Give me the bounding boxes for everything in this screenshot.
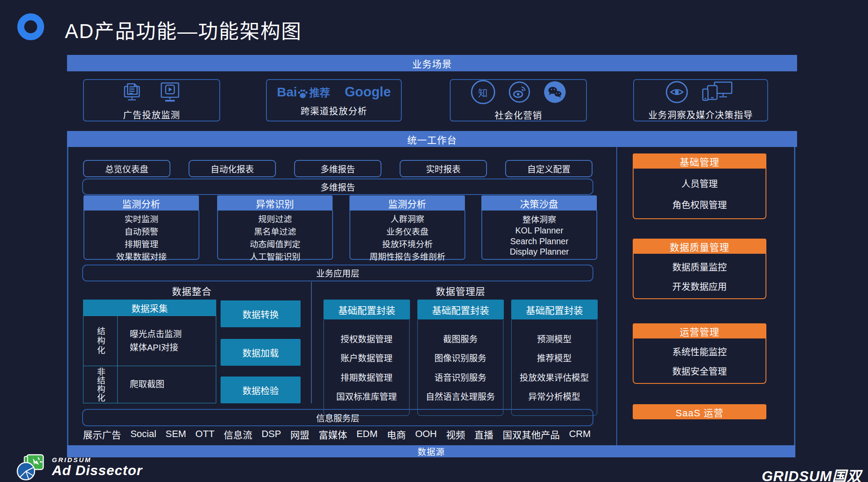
table-item: 爬取截图	[130, 378, 164, 391]
pill-realtime-report: 实时报表	[400, 160, 487, 177]
ad-dissector-text: Ad Dissector	[52, 463, 142, 478]
column-body: 人群洞察 业务仪表盘 投放环境分析 周期性报告多维剖析	[349, 211, 465, 260]
column-body: 规则过滤 黑名单过滤 动态阈值判定 人工智能识别	[217, 211, 333, 260]
channel-item: 国双其他产品	[503, 427, 560, 441]
dm-item: 排期数据管理	[341, 371, 393, 383]
sidebar-divider	[616, 147, 617, 445]
scenario-label: 业务洞察及媒介决策指导	[648, 108, 753, 121]
table-item: 媒体API对接	[130, 341, 216, 354]
baidu-logo: Bai 推荐	[277, 84, 330, 99]
scenario-label: 社会化营销	[495, 108, 542, 121]
report-monitor-icon	[122, 81, 146, 103]
dm-column-header: 基础配置封装	[323, 300, 410, 319]
banner-data-source: 数据源	[67, 445, 795, 457]
page-title: AD产品功能—功能架构图	[65, 15, 302, 44]
heading-data-management: 数据管理层	[323, 284, 598, 297]
data-transform-block: 数据转换	[221, 300, 301, 327]
channel-item: OOH	[415, 428, 437, 440]
sidebar-header-operations: 运营管理	[633, 323, 766, 338]
column-item: 效果数据对接	[116, 250, 167, 262]
column-item: 黑名单过滤	[254, 225, 296, 237]
column-item: 整体洞察	[522, 213, 556, 225]
sidebar-item: 系统性能监控	[673, 345, 727, 358]
wechat-icon	[544, 81, 566, 103]
scenario-icons	[122, 80, 181, 104]
devices-icon	[701, 80, 736, 104]
scenario-icons	[665, 80, 736, 104]
strip-business-app-layer: 业务应用层	[82, 265, 593, 281]
dm-column-header: 基础配置封装	[417, 300, 504, 319]
pill-custom-config: 自定义配置	[505, 160, 593, 177]
unstructured-items-cell: 爬取截图	[117, 366, 216, 403]
dm-item: 国双标准库管理	[336, 390, 397, 402]
main-left-border	[67, 147, 68, 445]
gridsum-brand-text: GRIDSUM	[52, 456, 142, 463]
dm-item: 语音识别服务	[435, 371, 487, 383]
sidebar-item: 数据质量监控	[673, 260, 727, 273]
media-logos: Bai 推荐 Google	[277, 84, 391, 100]
channel-list: 展示广告 Social SEM OTT 信息流 DSP 网盟 富媒体 EDM 电…	[83, 427, 591, 441]
strip-multidim-report: 多维报告	[82, 179, 593, 195]
channel-item: 直播	[474, 427, 493, 441]
google-logo: Google	[345, 84, 391, 100]
dm-column-body: 截图服务 图像识别服务 语音识别服务 自然语言处理服务	[417, 319, 503, 416]
weibo-icon	[508, 81, 531, 103]
channel-item: 富媒体	[319, 427, 347, 441]
dm-item: 账户数据管理	[341, 351, 393, 364]
channel-item: OTT	[195, 428, 215, 440]
sidebar-body: 人员管理 角色权限管理	[633, 169, 766, 219]
channel-item: 信息流	[224, 427, 252, 441]
scenario-insight-guidance: 业务洞察及媒介决策指导	[633, 79, 768, 121]
column-item: 投放环境分析	[382, 237, 432, 250]
column-header-decision-sandbox: 决策沙盘	[481, 195, 597, 211]
column-item: 业务仪表盘	[386, 225, 429, 237]
column-header-anomaly-detect: 异常识别	[217, 195, 333, 211]
channel-item: 视频	[446, 427, 465, 441]
column-item: 排期管理	[125, 237, 158, 250]
dm-item: 投放效果评估模型	[520, 371, 589, 383]
slide-canvas: AD产品功能—功能架构图 业务场景	[0, 0, 868, 482]
sidebar-item: 角色权限管理	[673, 198, 727, 211]
channel-item: SEM	[166, 428, 186, 440]
column-header-monitor-analysis: 监测分析	[83, 195, 199, 211]
column-body: 整体洞察 KOL Planner Search Planner Display …	[481, 211, 597, 260]
sidebar-header-basic-mgmt: 基础管理	[633, 153, 766, 169]
slide-bullet-ring-icon	[17, 13, 44, 40]
zhihu-glyph: 知	[478, 85, 487, 99]
channel-item: EDM	[356, 428, 378, 440]
data-collection-header: 数据采集	[83, 300, 216, 316]
channel-item: CRM	[569, 428, 591, 440]
sidebar-body: 数据质量监控 开发数据应用	[633, 254, 766, 299]
sidebar-header-data-quality: 数据质量管理	[633, 239, 766, 254]
scenario-label: 跨渠道投放分析	[301, 104, 367, 117]
baidu-paw-icon	[297, 88, 308, 99]
dm-column-header: 基础配置封装	[511, 300, 598, 319]
column-item: 自动预警	[125, 225, 158, 237]
pill-automated-report: 自动化报表	[189, 160, 276, 177]
data-collection-table: 结构化 曝光点击监测 媒体API对接 非结构化 爬取截图	[83, 316, 216, 403]
scenario-social-marketing: 知	[450, 79, 587, 121]
ad-dissector-logo-icon	[16, 453, 48, 481]
baidu-text: Bai	[277, 85, 297, 99]
row-label-unstructured: 非结构化	[83, 366, 118, 403]
dm-item: 截图服务	[443, 332, 478, 345]
row-label-text: 结构化	[95, 327, 106, 355]
sidebar-header-saas-ops: SaaS 运营	[633, 404, 766, 419]
column-item: Display Planner	[510, 247, 569, 257]
baidu-tuijian-text: 推荐	[309, 84, 330, 99]
strip-info-service-layer: 信息服务层	[82, 409, 593, 426]
table-item: 曝光点击监测	[130, 328, 216, 341]
column-item: 规则过滤	[258, 212, 292, 225]
sidebar-body: 系统性能监控 数据安全管理	[633, 338, 766, 384]
channel-item: 电商	[387, 427, 406, 441]
section-divider	[311, 282, 312, 403]
dm-item: 预测模型	[537, 332, 572, 345]
column-item: 动态阈值判定	[250, 237, 300, 250]
gridsum-guoshuang-logo: GRIDSUM国双	[735, 465, 862, 482]
data-load-block: 数据加载	[221, 339, 301, 366]
dm-item: 异常分析模型	[528, 390, 580, 402]
channel-item: Social	[130, 428, 156, 440]
dm-column-body: 预测模型 推荐模型 投放效果评估模型 异常分析模型	[511, 319, 597, 416]
column-item: Search Planner	[510, 236, 568, 246]
ad-dissector-logo: GRIDSUM Ad Dissector	[16, 453, 142, 481]
